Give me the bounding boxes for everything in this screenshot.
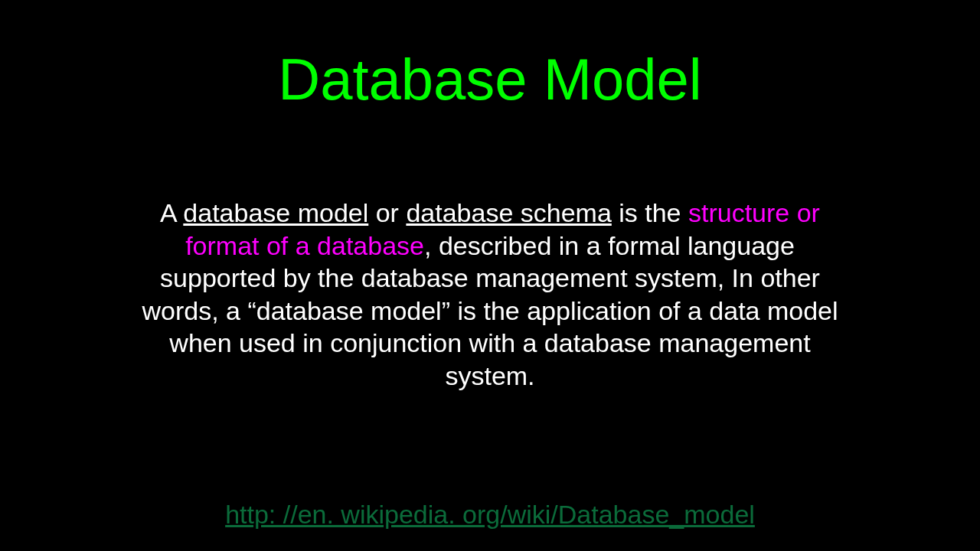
body-text-1: A — [160, 198, 183, 227]
slide: Database Model A database model or datab… — [0, 0, 980, 551]
source-link[interactable]: http: //en. wikipedia. org/wiki/Database… — [225, 500, 755, 529]
body-text-3: is the — [612, 198, 688, 227]
slide-title: Database Model — [0, 0, 980, 112]
body-text-2: or — [368, 198, 406, 227]
slide-body: A database model or database schema is t… — [138, 197, 842, 392]
term-database-schema: database schema — [406, 198, 611, 227]
term-database-model: database model — [183, 198, 368, 227]
source-link-container: http: //en. wikipedia. org/wiki/Database… — [0, 500, 980, 530]
